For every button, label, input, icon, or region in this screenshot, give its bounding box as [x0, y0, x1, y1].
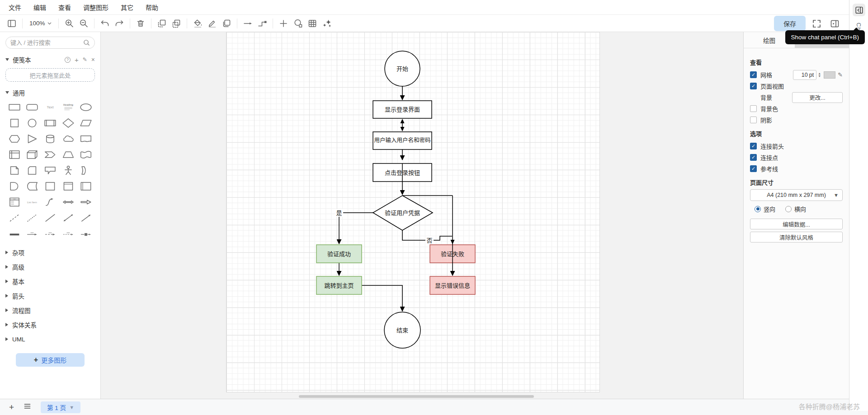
sidebar-section-4[interactable]: 箭头: [5, 289, 95, 303]
more-shapes-button[interactable]: + 更多图形: [16, 353, 85, 367]
shape-text[interactable]: Text: [41, 101, 59, 113]
shape-line[interactable]: [41, 212, 59, 224]
shape-internal-storage[interactable]: [5, 149, 24, 160]
shape-directional-connector[interactable]: [77, 212, 95, 224]
landscape-radio[interactable]: [785, 206, 792, 212]
edge-label-yes[interactable]: 是: [336, 210, 342, 216]
change-background-button[interactable]: 更改...: [792, 92, 843, 103]
help-icon[interactable]: ?: [65, 57, 71, 63]
portrait-option[interactable]: 竖向: [755, 205, 775, 213]
shadow-button[interactable]: [219, 17, 234, 30]
to-back-button[interactable]: [169, 17, 184, 30]
shape-arrow[interactable]: [77, 196, 95, 208]
shape-data-storage[interactable]: [24, 180, 42, 192]
shape-and[interactable]: [5, 180, 24, 192]
page-view-checkbox[interactable]: [750, 83, 757, 89]
shape-circle[interactable]: [24, 117, 42, 129]
shape-link[interactable]: [5, 228, 24, 239]
page-tab[interactable]: 第 1 页 ▼: [41, 401, 80, 413]
shape-vertical-container[interactable]: [59, 180, 77, 192]
menu-view[interactable]: 查看: [58, 3, 71, 12]
edge-gotohome-end[interactable]: [362, 285, 402, 311]
general-section-header[interactable]: 通用: [5, 88, 95, 97]
shape-cloud[interactable]: [59, 133, 77, 145]
line-color-button[interactable]: [205, 17, 219, 30]
shape-dotted-line[interactable]: [24, 212, 42, 224]
edge-label-no[interactable]: 否: [426, 237, 432, 244]
shape-callout[interactable]: [41, 164, 59, 176]
to-front-button[interactable]: [155, 17, 169, 30]
shape-textbox[interactable]: Heading: [59, 101, 77, 113]
shape-diamond[interactable]: [59, 117, 77, 129]
shape-square[interactable]: [5, 117, 24, 129]
guides-checkbox[interactable]: [750, 165, 757, 172]
shape-or[interactable]: [77, 164, 95, 176]
grid-color-swatch[interactable]: [824, 71, 835, 79]
add-icon[interactable]: +: [75, 56, 79, 64]
shape-parallelogram[interactable]: [77, 117, 95, 129]
toggle-format-panel-button[interactable]: [827, 17, 842, 30]
edge-verify-success[interactable]: [339, 213, 373, 244]
insert-table-button[interactable]: [305, 17, 320, 30]
delete-button[interactable]: [133, 17, 148, 30]
insert-shape-button[interactable]: [291, 17, 305, 30]
grid-checkbox[interactable]: [750, 71, 757, 78]
zoom-level-dropdown[interactable]: 100%: [26, 20, 55, 27]
undo-button[interactable]: [98, 17, 112, 30]
shape-cube[interactable]: [24, 149, 42, 160]
shape-list-item[interactable]: List Item: [24, 196, 42, 208]
shape-horizontal-container[interactable]: [77, 180, 95, 192]
close-icon[interactable]: ×: [91, 56, 95, 63]
shape-arrow-label[interactable]: [24, 228, 42, 239]
shape-rounded-rectangle[interactable]: [24, 101, 42, 113]
landscape-option[interactable]: 横向: [785, 205, 806, 213]
shape-hexagon[interactable]: [5, 133, 24, 145]
scratchpad-dropzone[interactable]: 把元素拖至此处: [5, 68, 95, 82]
scratchpad-header[interactable]: 便笺本 ? + ✎ ×: [5, 55, 95, 64]
shape-dashed-arrow-label[interactable]: [41, 228, 59, 239]
menu-file[interactable]: 文件: [9, 3, 21, 12]
shape-connector-symbol[interactable]: [77, 228, 95, 239]
waypoints-button[interactable]: [255, 17, 269, 30]
page-size-select[interactable]: A4 (210 mm x 297 mm) ▼: [750, 189, 843, 201]
shape-trapezoid[interactable]: [59, 149, 77, 160]
connection-arrows-checkbox[interactable]: [750, 143, 757, 149]
canvas-horizontal-scrollbar[interactable]: [299, 395, 534, 398]
shape-curve[interactable]: [41, 196, 59, 208]
shadow-checkbox[interactable]: [750, 117, 757, 123]
connection-style-button[interactable]: [241, 17, 255, 30]
shape-step[interactable]: [41, 149, 59, 160]
sidebar-section-6[interactable]: 实体关系: [5, 317, 95, 332]
fill-color-button[interactable]: [190, 17, 205, 30]
portrait-radio[interactable]: [755, 206, 761, 212]
show-chat-panel-button[interactable]: [853, 4, 865, 16]
grid-size-stepper[interactable]: ▲▼: [818, 72, 821, 78]
background-color-checkbox[interactable]: [750, 105, 757, 112]
sidebar-section-1[interactable]: 杂项: [5, 245, 95, 260]
sidebar-section-2[interactable]: 高级: [5, 260, 95, 274]
shape-bidirectional-arrow[interactable]: [59, 196, 77, 208]
shape-list[interactable]: List: [5, 196, 24, 208]
zoom-out-button[interactable]: [76, 17, 91, 30]
shape-triangle[interactable]: [24, 133, 42, 145]
toggle-shapes-panel-button[interactable]: [5, 17, 19, 30]
menu-extras[interactable]: 其它: [121, 3, 133, 12]
diagram-canvas[interactable]: 开始 显示登录界面 用户输入用户名和密码 点击登录按钮 验证用户凭据 验证成功 …: [101, 32, 743, 399]
menu-edit[interactable]: 编辑: [33, 3, 46, 12]
shape-container[interactable]: [41, 180, 59, 192]
shape-process[interactable]: [41, 117, 59, 129]
sidebar-section-5[interactable]: 流程图: [5, 303, 95, 317]
shape-document[interactable]: [77, 133, 95, 145]
grid-size-input[interactable]: 10 pt: [793, 70, 816, 80]
shape-search[interactable]: [5, 37, 95, 49]
shape-note[interactable]: [5, 164, 24, 176]
shape-dashed-line[interactable]: [5, 212, 24, 224]
save-button[interactable]: 保存: [774, 16, 806, 31]
sidebar-section-7[interactable]: UML: [5, 332, 95, 346]
search-input[interactable]: [10, 39, 83, 46]
edit-icon[interactable]: ✎: [83, 56, 87, 63]
shape-bidirectional-connector[interactable]: [59, 212, 77, 224]
menu-arrange[interactable]: 调整图形: [83, 3, 108, 12]
insert-button[interactable]: [276, 17, 291, 30]
shape-rectangle[interactable]: [5, 101, 24, 113]
